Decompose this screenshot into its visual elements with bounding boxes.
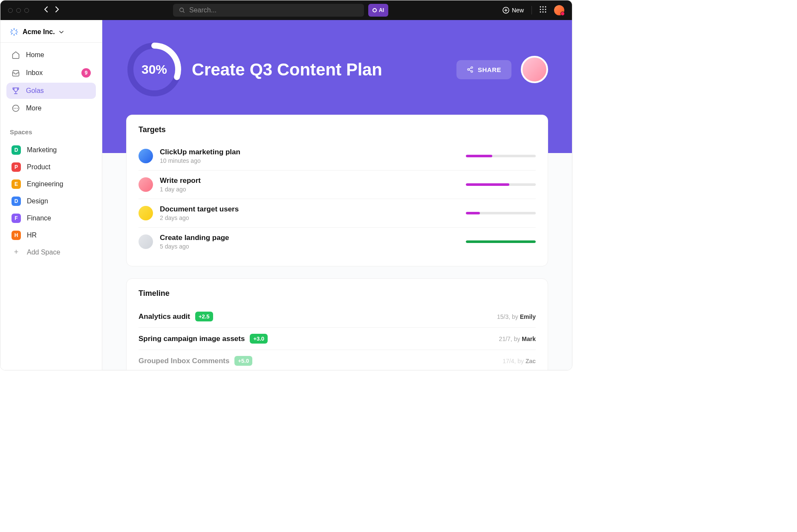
search-placeholder: Search... [189,6,217,14]
progress-percent: 30% [126,41,182,98]
workspace-name: Acme Inc. [23,28,55,36]
svg-point-6 [543,9,544,10]
timeline-row[interactable]: Spring campaign image assets +3.0 21/7, … [139,328,536,350]
user-avatar[interactable] [554,5,564,15]
svg-point-8 [540,12,541,13]
targets-heading: Targets [139,125,536,134]
ai-icon [373,8,377,12]
space-label: Finance [27,214,51,222]
svg-point-17 [471,66,473,68]
window-controls[interactable] [8,8,29,13]
progress-bar [466,240,536,243]
assignee-avatar [139,149,153,163]
svg-point-4 [545,6,546,8]
target-title: Write report [160,176,466,185]
svg-point-12 [14,108,14,109]
timeline-meta: 15/3, by Emily [497,313,536,320]
target-row[interactable]: Document target users 2 days ago [139,199,536,228]
space-item[interactable]: DDesign [10,193,92,210]
nav-goals[interactable]: Golas [6,83,96,99]
sidebar: Acme Inc. Home Inbox 9 Golas More [0,20,102,370]
timeline-meta: 17/4, by Zac [502,358,536,364]
space-label: Design [27,197,48,205]
timeline-card: Timeline Analytics audit +2.5 15/3, by E… [126,278,548,370]
timeline-title: Spring campaign image assets [139,335,245,343]
assignee-avatar [139,206,153,220]
space-badge-icon: F [12,214,21,223]
svg-point-10 [545,12,546,13]
target-title: Create landing page [160,234,466,242]
target-title: ClickUp marketing plan [160,148,466,156]
svg-point-2 [540,6,541,8]
space-item[interactable]: EEngineering [10,176,92,193]
apps-button[interactable] [540,6,546,14]
forward-button[interactable] [55,6,59,14]
progress-ring: 30% [126,41,182,98]
svg-point-19 [471,71,473,72]
search-input[interactable]: Search... [173,4,364,17]
add-space-button[interactable]: + Add Space [10,244,92,260]
main-content: 30% Create Q3 Content Plan SHARE Targets… [102,20,572,370]
svg-point-7 [545,9,546,10]
share-button[interactable]: SHARE [456,60,511,79]
page-title: Create Q3 Content Plan [192,60,456,79]
ai-button[interactable]: AI [368,4,388,17]
timeline-badge: +3.0 [250,334,268,344]
timeline-badge: +2.5 [195,312,213,321]
inbox-icon [12,69,20,77]
space-item[interactable]: FFinance [10,210,92,227]
workspace-logo-icon [10,28,18,36]
targets-card: Targets ClickUp marketing plan 10 minute… [126,115,548,266]
target-row[interactable]: ClickUp marketing plan 10 minutes ago [139,142,536,171]
target-title: Document target users [160,205,466,214]
timeline-row[interactable]: Grouped Inbox Comments +5.0 17/4, by Zac [139,350,536,370]
home-icon [12,51,20,59]
progress-bar [466,155,536,157]
divider [531,6,532,14]
space-badge-icon: D [12,145,21,155]
timeline-meta: 21/7, by Mark [499,335,536,342]
space-label: Marketing [27,146,57,154]
space-badge-icon: D [12,197,21,206]
timeline-title: Analytics audit [139,312,190,321]
share-icon [467,66,474,73]
nav-more[interactable]: More [6,100,96,116]
space-item[interactable]: HHR [10,227,92,244]
target-time: 2 days ago [160,214,466,221]
chevron-down-icon [59,31,64,34]
space-item[interactable]: PProduct [10,159,92,176]
svg-point-18 [468,69,469,70]
assignee-avatar [139,234,153,249]
spaces-heading: Spaces [10,128,92,136]
new-button[interactable]: New [502,7,524,14]
target-row[interactable]: Create landing page 5 days ago [139,228,536,256]
workspace-switcher[interactable]: Acme Inc. [0,20,102,43]
titlebar: Search... AI New [0,0,572,20]
space-badge-icon: P [12,162,21,172]
space-badge-icon: H [12,231,21,240]
more-icon [12,104,20,113]
space-item[interactable]: DMarketing [10,142,92,159]
back-button[interactable] [44,6,48,14]
plus-circle-icon [502,7,509,14]
titlebar-right: New [502,5,564,15]
progress-bar [466,212,536,214]
assignee-avatar [139,177,153,192]
svg-point-14 [17,108,18,109]
svg-point-3 [543,6,544,8]
target-row[interactable]: Write report 1 day ago [139,171,536,199]
nav-home[interactable]: Home [6,47,96,63]
target-time: 5 days ago [160,243,466,250]
svg-point-13 [15,108,16,109]
svg-point-9 [543,12,544,13]
svg-point-5 [540,9,541,10]
inbox-badge: 9 [81,68,91,78]
nav-inbox[interactable]: Inbox 9 [6,64,96,81]
plus-icon: + [12,248,21,257]
space-label: HR [27,231,37,239]
target-time: 1 day ago [160,186,466,193]
timeline-row[interactable]: Analytics audit +2.5 15/3, by Emily [139,306,536,328]
timeline-badge: +5.0 [234,356,252,366]
target-time: 10 minutes ago [160,157,466,164]
owner-avatar[interactable] [521,56,548,83]
